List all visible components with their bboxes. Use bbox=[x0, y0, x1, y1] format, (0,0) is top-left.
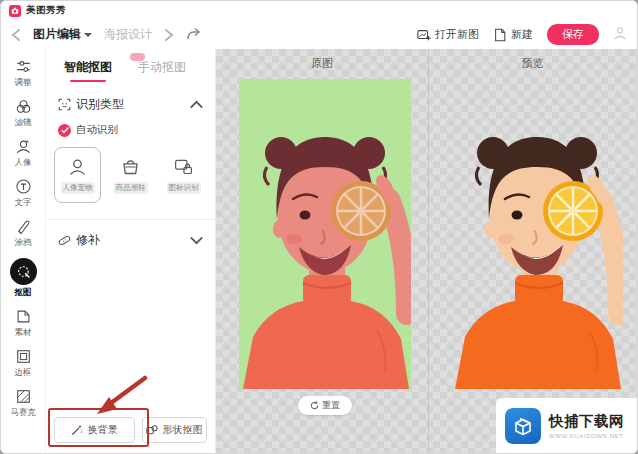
new-file-label: 新建 bbox=[511, 27, 533, 42]
sidebar-item-frame[interactable]: 边框 bbox=[15, 348, 32, 379]
shape-icon bbox=[146, 424, 158, 436]
reset-button[interactable]: 重置 bbox=[298, 396, 352, 415]
download-site-logo-icon bbox=[505, 408, 541, 444]
portrait-icon bbox=[15, 138, 32, 155]
sidebar-item-adjust[interactable]: 调整 bbox=[15, 58, 32, 89]
editor-canvas: 原图 预览 bbox=[216, 49, 637, 453]
recognition-section-header: 识别类型 bbox=[46, 82, 215, 113]
menu-image-edit-label: 图片编辑 bbox=[33, 26, 81, 43]
filter-circles-icon bbox=[15, 98, 32, 115]
undo-icon[interactable] bbox=[186, 28, 201, 41]
shape-cutout-button[interactable]: 形状抠图 bbox=[142, 417, 207, 443]
sticker-icon bbox=[15, 308, 32, 325]
app-logo-icon bbox=[9, 5, 21, 17]
auto-detect-toggle[interactable]: 自动识别 bbox=[46, 113, 215, 137]
sidebar-item-cutout[interactable]: 抠图 bbox=[10, 258, 37, 299]
wand-icon bbox=[71, 424, 83, 436]
shape-cutout-label: 形状抠图 bbox=[162, 423, 202, 437]
tool-rail: 调整 滤镜 人像 文字 涂鸦 抠图 素材 边框 bbox=[1, 49, 46, 453]
brush-icon bbox=[15, 218, 32, 235]
menu-image-edit[interactable]: 图片编辑 bbox=[33, 26, 92, 43]
chevron-up-icon[interactable] bbox=[190, 98, 203, 111]
card-icon-recognition[interactable]: 图标识别 bbox=[160, 147, 207, 203]
watermark-card: 快捕下载网 WWW.KUAIDOWN.NET bbox=[496, 398, 637, 453]
auto-detect-label: 自动识别 bbox=[76, 123, 118, 137]
sliders-icon bbox=[15, 58, 32, 75]
toolbar: 图片编辑 海报设计 打开新图 新建 保存 bbox=[1, 20, 637, 49]
person-icon bbox=[67, 156, 88, 177]
account-icon[interactable] bbox=[613, 26, 627, 44]
forward-arrow-icon[interactable] bbox=[164, 29, 174, 41]
pane-divider bbox=[428, 49, 429, 453]
hot-badge bbox=[130, 53, 145, 61]
reset-icon bbox=[310, 401, 319, 410]
sidebar-item-sticker[interactable]: 素材 bbox=[15, 308, 32, 339]
cutout-active-disc bbox=[10, 258, 37, 285]
bag-icon bbox=[120, 156, 141, 177]
sidebar-item-portrait[interactable]: 人像 bbox=[15, 138, 32, 169]
open-new-image-button[interactable]: 打开新图 bbox=[417, 27, 479, 42]
sidebar-label: 滤镜 bbox=[15, 117, 32, 129]
app-window: 美图秀秀 图片编辑 海报设计 打开新图 bbox=[0, 0, 638, 454]
card-label: 商品潮鞋 bbox=[114, 182, 148, 194]
sidebar-label: 涂鸦 bbox=[15, 237, 32, 249]
sidebar-item-text[interactable]: 文字 bbox=[15, 178, 32, 209]
titlebar: 美图秀秀 bbox=[1, 1, 637, 20]
repair-section-header[interactable]: 修补 bbox=[46, 220, 215, 249]
sidebar-item-doodle[interactable]: 涂鸦 bbox=[15, 218, 32, 249]
menu-poster-design-label: 海报设计 bbox=[104, 26, 152, 43]
reset-button-label: 重置 bbox=[322, 399, 340, 412]
card-person-pet[interactable]: 人像宠物 bbox=[54, 147, 101, 203]
sidebar-label: 边框 bbox=[15, 367, 32, 379]
tab-smart-cutout[interactable]: 智能抠图 bbox=[64, 59, 112, 82]
card-label: 图标识别 bbox=[167, 182, 201, 194]
card-label: 人像宠物 bbox=[61, 182, 95, 194]
preview-pane-label: 预览 bbox=[428, 56, 637, 71]
new-file-button[interactable]: 新建 bbox=[493, 27, 533, 42]
open-new-image-label: 打开新图 bbox=[435, 27, 479, 42]
frame-icon bbox=[15, 348, 32, 365]
sidebar-label: 素材 bbox=[15, 327, 32, 339]
sidebar-label: 人像 bbox=[15, 157, 32, 169]
new-file-icon bbox=[493, 28, 507, 42]
sidebar-label: 文字 bbox=[15, 197, 32, 209]
chevron-down-icon[interactable] bbox=[190, 234, 203, 247]
sidebar-label: 抠图 bbox=[15, 287, 32, 299]
watermark-site-url: WWW.KUAIDOWN.NET bbox=[549, 433, 624, 439]
chevron-down-icon bbox=[84, 33, 92, 41]
cutout-icon bbox=[16, 264, 31, 279]
original-image[interactable] bbox=[239, 79, 411, 389]
scan-face-icon bbox=[58, 98, 71, 111]
change-background-button[interactable]: 换背景 bbox=[54, 417, 135, 443]
sidebar-item-filter[interactable]: 滤镜 bbox=[15, 98, 32, 129]
panel-footer: 换背景 形状抠图 bbox=[46, 417, 215, 443]
sidebar-label: 马赛克 bbox=[10, 407, 36, 419]
image-lock-icon bbox=[173, 156, 194, 177]
change-background-label: 换背景 bbox=[87, 423, 117, 437]
menu-poster-design[interactable]: 海报设计 bbox=[104, 26, 152, 43]
text-icon bbox=[15, 178, 32, 195]
sidebar-label: 调整 bbox=[15, 77, 32, 89]
recognition-type-cards: 人像宠物 商品潮鞋 图标识别 bbox=[46, 137, 215, 203]
original-pane-label: 原图 bbox=[216, 56, 428, 71]
back-arrow-icon[interactable] bbox=[11, 29, 21, 41]
preview-image[interactable] bbox=[451, 79, 623, 389]
card-product-shoes[interactable]: 商品潮鞋 bbox=[107, 147, 154, 203]
open-image-icon bbox=[417, 28, 431, 42]
repair-title: 修补 bbox=[76, 232, 100, 249]
cutout-tabs: 智能抠图 手动抠图 bbox=[46, 49, 215, 82]
watermark-site-name: 快捕下载网 bbox=[549, 412, 624, 431]
recognition-title: 识别类型 bbox=[76, 96, 124, 113]
patch-icon bbox=[58, 234, 71, 247]
check-circle-icon bbox=[58, 124, 71, 137]
save-button[interactable]: 保存 bbox=[547, 24, 599, 45]
sidebar-item-mosaic[interactable]: 马赛克 bbox=[10, 388, 36, 419]
app-title: 美图秀秀 bbox=[26, 4, 66, 17]
tab-manual-cutout[interactable]: 手动抠图 bbox=[138, 59, 186, 82]
cutout-panel: 智能抠图 手动抠图 识别类型 自动识别 人像宠物 商品潮鞋 bbox=[46, 49, 216, 453]
mosaic-icon bbox=[15, 388, 32, 405]
